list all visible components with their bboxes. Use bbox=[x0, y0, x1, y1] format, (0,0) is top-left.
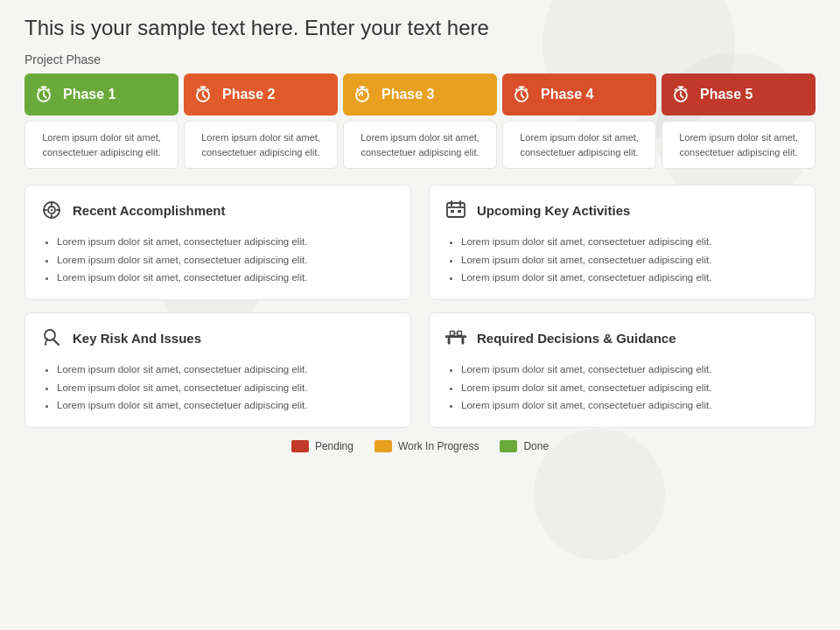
legend: Pending Work In Progress Done bbox=[24, 440, 816, 452]
legend-done-label: Done bbox=[523, 440, 549, 452]
phases-row: Phase 1 Phase 2 bbox=[24, 74, 816, 116]
phase-3-icon bbox=[350, 82, 374, 107]
decisions-header: Required Decisions & Guidance bbox=[444, 326, 801, 350]
phase-2-block: Phase 2 bbox=[184, 74, 338, 116]
phase-5-icon bbox=[668, 82, 693, 107]
legend-wip-box bbox=[374, 440, 392, 452]
activities-section: Upcoming Key Activities Lorem ipsum dolo… bbox=[429, 185, 816, 300]
risks-icon bbox=[39, 326, 64, 350]
phase-3-label: Phase 3 bbox=[382, 87, 434, 102]
risks-title: Key Risk And Issues bbox=[73, 331, 201, 346]
svg-point-15 bbox=[45, 343, 46, 345]
phase-2-label: Phase 2 bbox=[222, 87, 275, 102]
legend-pending-box bbox=[291, 440, 309, 452]
list-item: Lorem ipsum dolor sit amet, consectetuer… bbox=[461, 233, 801, 251]
phase-3-desc: Lorem ipsum dolor sit amet, consectetuer… bbox=[343, 121, 497, 169]
accomplishment-title: Recent Accomplishment bbox=[73, 203, 226, 218]
phase-1-label: Phase 1 bbox=[63, 87, 116, 102]
list-item: Lorem ipsum dolor sit amet, consectetuer… bbox=[461, 269, 801, 287]
svg-rect-23 bbox=[448, 338, 451, 344]
phase-4-desc: Lorem ipsum dolor sit amet, consectetuer… bbox=[502, 121, 656, 169]
phase-1-block: Phase 1 bbox=[24, 74, 178, 116]
risks-section: Key Risk And Issues Lorem ipsum dolor si… bbox=[24, 312, 411, 428]
activities-icon bbox=[444, 198, 468, 222]
phase-4-label: Phase 4 bbox=[541, 87, 593, 102]
risks-header: Key Risk And Issues bbox=[39, 326, 396, 350]
left-column: Recent Accomplishment Lorem ipsum dolor … bbox=[24, 185, 411, 428]
legend-pending: Pending bbox=[291, 440, 354, 452]
main-title: This is your sample text here. Enter you… bbox=[24, 16, 816, 40]
phase-4-icon bbox=[509, 82, 534, 107]
list-item: Lorem ipsum dolor sit amet, consectetuer… bbox=[461, 396, 801, 415]
svg-point-7 bbox=[51, 209, 52, 211]
phase-1-desc: Lorem ipsum dolor sit amet, consectetuer… bbox=[24, 121, 178, 169]
list-item: Lorem ipsum dolor sit amet, consectetuer… bbox=[461, 360, 801, 379]
svg-rect-22 bbox=[445, 335, 466, 338]
svg-line-13 bbox=[54, 340, 60, 346]
phase-1-icon bbox=[32, 82, 56, 107]
right-column: Upcoming Key Activities Lorem ipsum dolo… bbox=[429, 185, 816, 428]
decisions-icon bbox=[444, 326, 468, 350]
list-item: Lorem ipsum dolor sit amet, consectetuer… bbox=[57, 396, 396, 415]
accomplishment-list: Lorem ipsum dolor sit amet, consectetuer… bbox=[39, 233, 396, 287]
activities-list: Lorem ipsum dolor sit amet, consectetuer… bbox=[444, 233, 801, 287]
svg-rect-25 bbox=[450, 332, 454, 336]
phase-5-label: Phase 5 bbox=[700, 87, 752, 102]
list-item: Lorem ipsum dolor sit amet, consectetuer… bbox=[57, 233, 396, 251]
phase-4-block: Phase 4 bbox=[502, 74, 656, 116]
phase-5-desc: Lorem ipsum dolor sit amet, consectetuer… bbox=[662, 121, 816, 169]
list-item: Lorem ipsum dolor sit amet, consectetuer… bbox=[57, 269, 396, 287]
accomplishment-icon bbox=[39, 198, 64, 222]
list-item: Lorem ipsum dolor sit amet, consectetuer… bbox=[57, 379, 396, 397]
list-item: Lorem ipsum dolor sit amet, consectetuer… bbox=[461, 251, 801, 270]
svg-rect-20 bbox=[451, 210, 454, 213]
decisions-list: Lorem ipsum dolor sit amet, consectetuer… bbox=[444, 360, 801, 415]
phase-5-block: Phase 5 bbox=[662, 74, 816, 116]
activities-title: Upcoming Key Activities bbox=[477, 203, 630, 218]
legend-wip-label: Work In Progress bbox=[398, 440, 479, 452]
legend-pending-label: Pending bbox=[315, 440, 354, 452]
bottom-sections: Recent Accomplishment Lorem ipsum dolor … bbox=[24, 185, 816, 428]
list-item: Lorem ipsum dolor sit amet, consectetuer… bbox=[461, 379, 801, 397]
phase-2-icon bbox=[191, 82, 215, 107]
decisions-title: Required Decisions & Guidance bbox=[477, 331, 676, 346]
phase-3-block: Phase 3 bbox=[343, 74, 497, 116]
legend-done-box bbox=[500, 440, 517, 452]
svg-rect-21 bbox=[458, 210, 461, 213]
svg-point-12 bbox=[45, 330, 55, 340]
accomplishment-header: Recent Accomplishment bbox=[39, 198, 396, 222]
legend-wip: Work In Progress bbox=[374, 440, 479, 452]
list-item: Lorem ipsum dolor sit amet, consectetuer… bbox=[57, 251, 396, 270]
accomplishment-section: Recent Accomplishment Lorem ipsum dolor … bbox=[24, 185, 411, 300]
legend-done: Done bbox=[500, 440, 549, 452]
svg-rect-26 bbox=[458, 332, 462, 336]
decisions-section: Required Decisions & Guidance Lorem ipsu… bbox=[429, 312, 816, 428]
risks-list: Lorem ipsum dolor sit amet, consectetuer… bbox=[39, 360, 396, 415]
project-phase-label: Project Phase bbox=[24, 52, 816, 66]
activities-header: Upcoming Key Activities bbox=[444, 198, 801, 222]
phase-desc-row: Lorem ipsum dolor sit amet, consectetuer… bbox=[24, 121, 816, 169]
list-item: Lorem ipsum dolor sit amet, consectetuer… bbox=[57, 360, 396, 379]
phase-2-desc: Lorem ipsum dolor sit amet, consectetuer… bbox=[184, 121, 338, 169]
svg-rect-24 bbox=[462, 338, 465, 344]
svg-rect-16 bbox=[447, 203, 465, 217]
